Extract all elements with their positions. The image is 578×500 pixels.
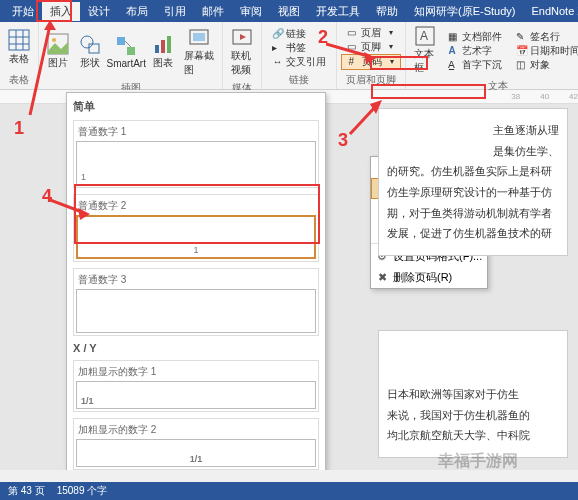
signature-icon: ✎	[513, 31, 525, 43]
menu-remove-page-numbers[interactable]: ✖删除页码(R)	[371, 267, 487, 288]
textbox-button[interactable]: A 文本框	[410, 24, 440, 77]
svg-rect-0	[9, 30, 29, 50]
screenshot-button[interactable]: 屏幕截图	[180, 24, 219, 79]
doc-line: 仿生学原理研究设计的一种基于仿	[387, 183, 559, 202]
object-button[interactable]: ◫对象	[510, 58, 578, 72]
bookmark-icon: ▸	[269, 42, 281, 54]
footer-button[interactable]: ▭页脚▾	[341, 40, 401, 54]
group-media: 联机视频 媒体	[223, 22, 262, 89]
bookmark-button[interactable]: ▸书签	[266, 41, 332, 55]
svg-rect-12	[155, 45, 159, 53]
svg-point-6	[52, 38, 56, 42]
gallery-item-label: 加粗显示的数字 2	[76, 421, 316, 439]
tab-endnote[interactable]: EndNote X9	[523, 3, 578, 19]
screenshot-caption: 屏幕截图	[184, 49, 215, 77]
tab-insert[interactable]: 插入	[42, 2, 80, 21]
group-links-label: 链接	[289, 71, 309, 87]
svg-rect-14	[167, 36, 171, 53]
chart-caption: 图表	[153, 56, 173, 70]
svg-text:A: A	[420, 29, 428, 43]
svg-point-7	[81, 36, 93, 48]
tab-view[interactable]: 视图	[270, 2, 308, 21]
object-icon: ◫	[513, 59, 525, 71]
status-words[interactable]: 15089 个字	[57, 484, 108, 498]
tab-references[interactable]: 引用	[156, 2, 194, 21]
group-tables: 表格 表格	[0, 22, 39, 89]
signature-button[interactable]: ✎签名行	[510, 30, 578, 44]
smartart-button[interactable]: SmartArt	[107, 33, 146, 71]
gallery-item-label: 普通数字 3	[76, 271, 316, 289]
svg-rect-13	[161, 40, 165, 53]
link-icon: 🔗	[269, 28, 281, 40]
textbox-caption: 文本框	[414, 47, 436, 75]
crossref-icon: ↔	[269, 56, 281, 68]
shapes-button[interactable]: 形状	[75, 31, 105, 72]
page-number-gallery[interactable]: 简单 普通数字 1 1 普通数字 2 1 普通数字 3 X / Y 加粗显示的数…	[66, 92, 326, 470]
svg-rect-9	[117, 37, 125, 45]
svg-rect-16	[193, 33, 205, 41]
tab-design[interactable]: 设计	[80, 2, 118, 21]
group-text: A 文本框 ▦文档部件 A艺术字 A̲首字下沉 ✎签名行 📅日期和时间 ◫对象 …	[406, 22, 578, 89]
page-number-icon: #	[345, 56, 357, 68]
pictures-button[interactable]: 图片	[43, 31, 73, 72]
tab-layout[interactable]: 布局	[118, 2, 156, 21]
menubar: 开始 插入 设计 布局 引用 邮件 审阅 视图 开发工具 帮助 知网研学(原E-…	[0, 0, 578, 22]
document-page-1[interactable]: 主鱼逐渐从理 是集仿生学、 的研究。仿生机器鱼实际上是科研 仿生学原理研究设计的…	[378, 108, 568, 256]
svg-rect-10	[127, 47, 135, 55]
group-tables-label: 表格	[9, 71, 29, 87]
gallery-item-bold1[interactable]: 加粗显示的数字 1 1/1	[73, 360, 319, 412]
tables-button[interactable]: 表格	[4, 27, 34, 68]
svg-rect-8	[89, 44, 99, 53]
tab-estudy[interactable]: 知网研学(原E-Study)	[406, 2, 523, 21]
quickparts-icon: ▦	[445, 31, 457, 43]
datetime-button[interactable]: 📅日期和时间	[510, 44, 578, 58]
footer-icon: ▭	[344, 41, 356, 53]
gallery-item-plain2[interactable]: 普通数字 2 1	[73, 194, 319, 262]
crossref-button[interactable]: ↔交叉引用	[266, 55, 332, 69]
doc-line: 的研究。仿生机器鱼实际上是科研	[387, 162, 559, 181]
gallery-section-simple: 简单	[73, 99, 319, 114]
svg-marker-18	[240, 34, 246, 40]
doc-line: 发展，促进了仿生机器鱼技术的研	[387, 224, 559, 243]
document-page-2[interactable]: 日本和欧洲等国家对于仿生 来说，我国对于仿生机器鱼的 均北京航空航天大学、中科院	[378, 330, 568, 458]
gallery-item-bold2[interactable]: 加粗显示的数字 2 1/1	[73, 418, 319, 470]
doc-line: 期，对于鱼类得游动机制就有学者	[387, 204, 559, 223]
datetime-icon: 📅	[513, 45, 525, 57]
header-icon: ▭	[344, 27, 356, 39]
tab-devtools[interactable]: 开发工具	[308, 2, 368, 21]
tables-caption: 表格	[9, 52, 29, 66]
doc-line: 日本和欧洲等国家对于仿生	[387, 385, 559, 404]
dropcap-icon: A̲	[445, 59, 457, 71]
wordart-button[interactable]: A艺术字	[442, 44, 508, 58]
header-button[interactable]: ▭页眉▾	[341, 26, 401, 40]
quickparts-button[interactable]: ▦文档部件	[442, 30, 508, 44]
doc-line: 是集仿生学、	[387, 142, 559, 161]
gallery-item-label: 加粗显示的数字 1	[76, 363, 316, 381]
doc-line: 主鱼逐渐从理	[387, 121, 559, 140]
dropcap-button[interactable]: A̲首字下沉	[442, 58, 508, 72]
svg-line-11	[125, 41, 131, 47]
remove-icon: ✖	[375, 271, 389, 285]
tab-help[interactable]: 帮助	[368, 2, 406, 21]
shapes-caption: 形状	[80, 56, 100, 70]
ribbon: 表格 表格 图片 形状 SmartArt 图表	[0, 22, 578, 90]
group-hf-label: 页眉和页脚	[346, 71, 396, 87]
chart-button[interactable]: 图表	[148, 31, 178, 72]
page-number-button[interactable]: #页码▾	[341, 54, 401, 70]
group-header-footer: ▭页眉▾ ▭页脚▾ #页码▾ 页眉和页脚	[337, 22, 406, 89]
smartart-caption: SmartArt	[107, 58, 146, 69]
gallery-item-plain3[interactable]: 普通数字 3	[73, 268, 319, 336]
document-area: 2468 384042 简单 普通数字 1 1 普通数字 2 1 普通数字 3 …	[0, 90, 578, 470]
tab-start[interactable]: 开始	[4, 2, 42, 21]
online-video-button[interactable]: 联机视频	[227, 24, 257, 79]
gallery-section-xy: X / Y	[73, 342, 319, 354]
doc-line: 来说，我国对于仿生机器鱼的	[387, 406, 559, 425]
status-pages[interactable]: 第 43 页	[8, 484, 45, 498]
gallery-item-plain1[interactable]: 普通数字 1 1	[73, 120, 319, 188]
status-bar: 第 43 页 15089 个字	[0, 482, 578, 500]
gallery-item-label: 普通数字 1	[76, 123, 316, 141]
link-button[interactable]: 🔗链接	[266, 27, 332, 41]
group-links: 🔗链接 ▸书签 ↔交叉引用 链接	[262, 22, 337, 89]
tab-review[interactable]: 审阅	[232, 2, 270, 21]
tab-mail[interactable]: 邮件	[194, 2, 232, 21]
